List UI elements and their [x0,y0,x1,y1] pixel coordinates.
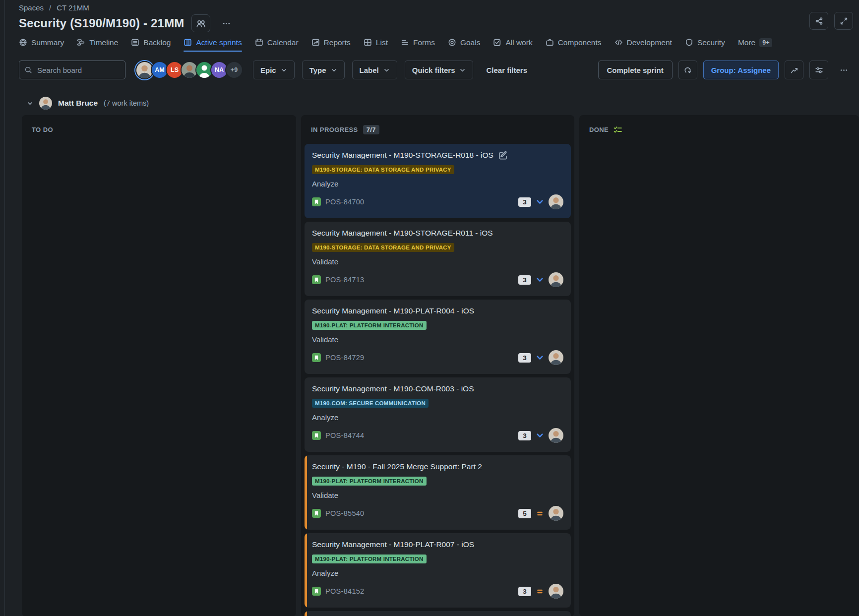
card-partial[interactable] [305,611,571,616]
tab-all-work[interactable]: All work [493,38,532,52]
group-by-button[interactable]: Group: Assignee [703,61,779,79]
column-header: IN PROGRESS7/7 [305,115,571,144]
clear-filters-button[interactable]: Clear filters [483,66,530,74]
tab-forms[interactable]: Forms [401,38,435,52]
search-input[interactable] [19,61,125,79]
priority-medium-icon[interactable] [536,587,544,596]
card-footer: POS-855405 [312,506,563,521]
sidebar-divider [4,0,5,616]
tab-label: Timeline [89,38,118,47]
view-settings-button[interactable] [809,61,828,79]
priority-low-icon[interactable] [536,276,544,284]
epic-label[interactable]: M190-PLAT: PLATFORM INTERACTION [312,477,427,486]
card-footer: POS-841523 [312,584,563,599]
assignee-avatar[interactable] [549,506,563,521]
topbar-actions [809,12,853,30]
column-to-do: TO DO [22,115,296,616]
cards-list: Security Management - M190-STORAGE-R018 … [305,144,571,616]
epic-label[interactable]: M190-PLAT: PLATFORM INTERACTION [312,321,427,330]
tab-security[interactable]: Security [685,38,725,52]
tab-reports[interactable]: Reports [311,38,351,52]
tab-summary[interactable]: Summary [19,38,64,52]
complete-sprint-button[interactable]: Complete sprint [598,61,673,79]
priority-low-icon[interactable] [536,198,544,206]
footer-right: 3 [518,350,563,365]
issue-key[interactable]: POS-84700 [325,198,364,206]
priority-medium-icon[interactable] [536,509,544,518]
column-in-progress: IN PROGRESS7/7Security Management - M190… [301,115,574,616]
card-status: Validate [312,257,563,266]
priority-low-icon[interactable] [536,431,544,440]
issue-key[interactable]: POS-84744 [325,431,364,439]
priority-low-icon[interactable] [536,354,544,362]
fullscreen-button[interactable] [834,12,853,30]
footer-right: 3 [518,584,563,599]
collapse-group-chevron-icon[interactable] [27,100,33,107]
assignee-avatar[interactable] [549,272,563,287]
estimate-badge[interactable]: 3 [518,275,531,285]
tab-backlog[interactable]: Backlog [131,38,171,52]
quick-filters-filter-dropdown[interactable]: Quick filters [405,61,474,79]
title-more-button[interactable] [217,14,236,32]
calendar-icon [255,38,263,47]
estimate-badge[interactable]: 3 [518,431,531,440]
card-pos-84152[interactable]: Security Management - M190-PLAT-R007 - i… [305,533,571,608]
issue-key[interactable]: POS-84152 [325,587,364,595]
card-pos-84729[interactable]: Security Management - M190-PLAT-R004 - i… [305,300,571,374]
type-filter-dropdown[interactable]: Type [302,61,345,79]
insights-button[interactable] [785,61,803,79]
epic-filter-dropdown[interactable]: Epic [253,61,295,79]
issue-key[interactable]: POS-85540 [325,509,364,517]
chevron-down-icon [459,67,466,73]
tab-list[interactable]: List [364,38,388,52]
estimate-badge[interactable]: 3 [518,353,531,363]
feedback-button[interactable] [678,61,697,79]
issue-key[interactable]: POS-84713 [325,276,364,284]
user-avatar-9[interactable]: +9 [225,61,243,79]
card-title: Security Management - M190-STORAGE-R018 … [312,150,493,160]
development-icon [614,38,623,47]
assignee-avatar[interactable] [549,584,563,599]
tab-calendar[interactable]: Calendar [255,38,299,52]
issue-key[interactable]: POS-84729 [325,354,364,362]
edit-summary-button[interactable] [498,151,508,160]
label-filter-dropdown[interactable]: Label [352,61,397,79]
assignee-avatar[interactable] [549,194,563,209]
tab-development[interactable]: Development [614,38,672,52]
estimate-badge[interactable]: 3 [518,197,531,207]
breadcrumb-item-spaces[interactable]: Spaces [19,3,44,12]
column-header: TO DO [25,115,293,144]
tab-components[interactable]: Components [546,38,602,52]
collaborators-button[interactable] [191,14,210,32]
group-work-item-count: (7 work items) [104,99,149,107]
column-title: TO DO [32,126,53,133]
card-pos-84700[interactable]: Security Management - M190-STORAGE-R018 … [305,144,571,218]
card-pos-85540[interactable]: Security - M190 - Fall 2025 Merge Suppor… [305,455,571,530]
card-pos-84713[interactable]: Security Management - M190-STORAGE-R011 … [305,222,571,296]
assignee-avatar[interactable] [549,350,563,365]
due-accent-bar [305,455,307,530]
assignee-avatar[interactable] [549,428,563,443]
tab-timeline[interactable]: Timeline [77,38,118,52]
breadcrumb-item-ct-21mm[interactable]: CT 21MM [44,3,89,12]
estimate-badge[interactable]: 5 [518,509,531,518]
card-footer: POS-847133 [312,272,563,287]
card-pos-84744[interactable]: Security Management - M190-COM-R003 - iO… [305,377,571,452]
epic-label[interactable]: M190-STORAGE: DATA STORAGE AND PRIVACY [312,243,454,252]
epic-label[interactable]: M190-PLAT: PLATFORM INTERACTION [312,554,427,563]
estimate-badge[interactable]: 3 [518,587,531,596]
epic-label[interactable]: M190-COM: SECURE COMMUNICATION [312,399,429,408]
tab-more[interactable]: More9+ [738,38,773,52]
tab-goals[interactable]: Goals [448,38,481,52]
tab-active-sprints[interactable]: Active sprints [184,38,242,52]
search-icon [24,66,32,74]
filter-dropdowns: EpicTypeLabelQuick filters [253,61,473,79]
board-more-button[interactable] [834,61,853,79]
epic-label[interactable]: M190-STORAGE: DATA STORAGE AND PRIVACY [312,165,454,174]
footer-right: 3 [518,428,563,443]
card-status: Analyze [312,180,563,188]
tab-label: Components [558,38,602,47]
share-button[interactable] [809,12,828,30]
page-title: Security (S190/M190) - 21MM [19,16,184,30]
tab-label: Reports [324,38,351,47]
